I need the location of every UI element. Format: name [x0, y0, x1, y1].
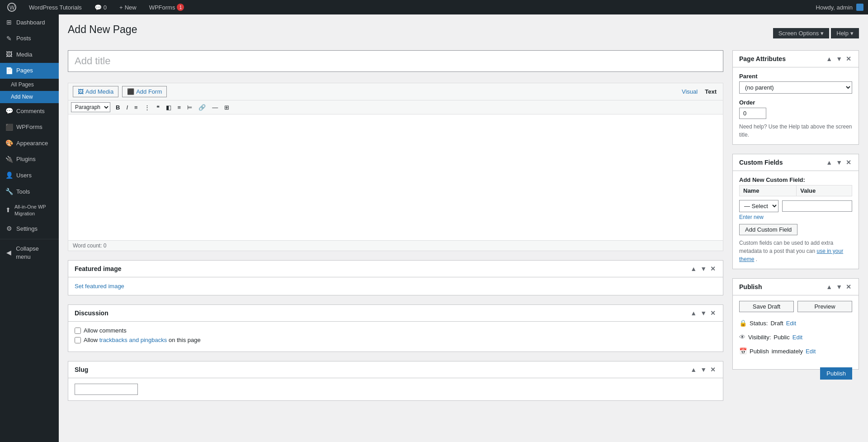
- adminbar-right: Howdy, admin: [816, 4, 863, 11]
- sidebar-item-allinone[interactable]: ⬆ All-in-One WP Migration: [0, 200, 59, 221]
- sidebar-item-tools[interactable]: 🔧 Tools: [0, 184, 59, 200]
- panel-up-icon[interactable]: ▲: [825, 283, 833, 290]
- sidebar-item-collapse[interactable]: ◀ Collapse menu: [0, 241, 59, 265]
- publish-header[interactable]: Publish ▲ ▼ ✕: [733, 279, 859, 295]
- blockquote-button[interactable]: ❝: [154, 103, 162, 112]
- sidebar-item-appearance[interactable]: 🎨 Appearance: [0, 135, 59, 152]
- discussion-title: Discussion: [75, 309, 108, 317]
- tab-text[interactable]: Text: [703, 87, 718, 96]
- set-featured-image-link[interactable]: Set featured image: [75, 283, 124, 290]
- add-form-icon: ⬛: [127, 88, 134, 95]
- slug-input[interactable]: [75, 384, 138, 395]
- discussion-header[interactable]: Discussion ▲ ▼ ✕: [68, 305, 723, 322]
- panel-up-icon[interactable]: ▲: [825, 55, 833, 62]
- adminbar-site-name[interactable]: WordPress Tutorials: [26, 0, 85, 14]
- panel-up-icon[interactable]: ▲: [689, 309, 698, 317]
- slug-header[interactable]: Slug ▲ ▼ ✕: [68, 361, 723, 378]
- sidebar-item-add-new[interactable]: Add New: [0, 91, 59, 103]
- tools-icon: 🔧: [5, 187, 13, 196]
- panel-close-icon[interactable]: ✕: [845, 283, 852, 290]
- cf-enter-new-link[interactable]: Enter new: [739, 214, 852, 220]
- featured-image-body: Set featured image: [68, 277, 723, 295]
- sidebar-item-pages[interactable]: 📄 Pages: [0, 63, 59, 79]
- align-center-button[interactable]: ≡: [175, 103, 184, 112]
- panel-close-icon[interactable]: ✕: [845, 55, 852, 62]
- sidebar-item-all-pages[interactable]: All Pages: [0, 79, 59, 91]
- cf-name-select[interactable]: — Select: [739, 200, 778, 212]
- screen-options-button[interactable]: Screen Options ▾: [773, 28, 830, 38]
- publish-button[interactable]: Publish: [820, 367, 852, 380]
- panel-close-icon[interactable]: ✕: [709, 309, 717, 317]
- order-input[interactable]: [739, 108, 766, 119]
- align-right-button[interactable]: ⊨: [184, 103, 195, 112]
- adminbar-wp-logo[interactable]: W: [5, 0, 19, 14]
- trackbacks-link[interactable]: trackbacks and pingbacks: [99, 337, 167, 343]
- side-panel-controls: ▲ ▼ ✕: [825, 283, 852, 290]
- sidebar-item-plugins[interactable]: 🔌 Plugins: [0, 152, 59, 168]
- editor-toolbar: 🖼 Add Media ⬛ Add Form Visual Text: [68, 83, 723, 100]
- panel-down-icon[interactable]: ▼: [699, 309, 708, 317]
- panel-down-icon[interactable]: ▼: [699, 366, 708, 373]
- page-attributes-panel: Page Attributes ▲ ▼ ✕ Parent (no parent)…: [732, 50, 859, 145]
- visibility-icon: 👁: [739, 332, 745, 343]
- side-panel-controls: ▲ ▼ ✕: [825, 159, 852, 166]
- visibility-edit-link[interactable]: Edit: [793, 332, 802, 342]
- sidebar-item-wpforms[interactable]: ⬛ WPForms: [0, 119, 59, 136]
- publish-button-container: Publish: [739, 360, 852, 364]
- custom-fields-header[interactable]: Custom Fields ▲ ▼ ✕: [733, 154, 859, 171]
- editor-content-area[interactable]: [68, 114, 723, 241]
- status-edit-link[interactable]: Edit: [786, 318, 796, 328]
- adminbar-comments[interactable]: 💬 0: [92, 0, 109, 14]
- bold-button[interactable]: B: [113, 103, 123, 112]
- panel-up-icon[interactable]: ▲: [689, 366, 698, 373]
- slug-panel: Slug ▲ ▼ ✕: [68, 361, 723, 401]
- more-button[interactable]: —: [209, 103, 221, 112]
- visibility-value: Public: [774, 332, 789, 342]
- page-attributes-header[interactable]: Page Attributes ▲ ▼ ✕: [733, 51, 859, 67]
- help-button[interactable]: Help ▾: [831, 28, 859, 38]
- tab-visual[interactable]: Visual: [680, 87, 699, 96]
- parent-label: Parent: [739, 73, 852, 80]
- panel-close-icon[interactable]: ✕: [845, 159, 852, 166]
- sidebar-item-label: Collapse menu: [16, 245, 53, 261]
- dropdown-icon: ▾: [850, 30, 854, 37]
- featured-image-header[interactable]: Featured image ▲ ▼ ✕: [68, 261, 723, 277]
- link-button[interactable]: 🔗: [196, 103, 208, 112]
- parent-select[interactable]: (no parent): [739, 81, 852, 94]
- sidebar-item-posts[interactable]: ✎ Posts: [0, 31, 59, 47]
- panel-up-icon[interactable]: ▲: [689, 265, 698, 272]
- cf-value-input[interactable]: [782, 200, 852, 212]
- ordered-list-button[interactable]: ⋮: [142, 103, 153, 112]
- sidebar-item-comments[interactable]: 💬 Comments: [0, 103, 59, 119]
- custom-fields-table: Name Value: [739, 185, 852, 196]
- unordered-list-button[interactable]: ≡: [132, 103, 141, 112]
- panel-down-icon[interactable]: ▼: [835, 283, 843, 290]
- sidebar-item-settings[interactable]: ⚙ Settings: [0, 221, 59, 237]
- add-form-button[interactable]: ⬛ Add Form: [122, 86, 167, 97]
- sidebar-item-users[interactable]: 👤 Users: [0, 167, 59, 184]
- save-draft-button[interactable]: Save Draft: [739, 301, 794, 312]
- publish-time-edit-link[interactable]: Edit: [806, 346, 816, 356]
- panel-down-icon[interactable]: ▼: [699, 265, 708, 272]
- sidebar-item-media[interactable]: 🖼 Media: [0, 47, 59, 63]
- preview-button[interactable]: Preview: [797, 301, 852, 312]
- adminbar-wpforms[interactable]: WPForms 1: [146, 0, 187, 14]
- sidebar-item-dashboard[interactable]: ⊞ Dashboard: [0, 14, 59, 31]
- panel-down-icon[interactable]: ▼: [835, 159, 843, 166]
- italic-button[interactable]: I: [123, 103, 131, 112]
- panel-up-icon[interactable]: ▲: [825, 159, 833, 166]
- allow-comments-checkbox[interactable]: [75, 328, 81, 334]
- add-media-button[interactable]: 🖼 Add Media: [73, 86, 118, 97]
- page-title-input[interactable]: [68, 50, 723, 72]
- allow-trackbacks-checkbox[interactable]: [75, 337, 81, 343]
- panel-close-icon[interactable]: ✕: [709, 265, 717, 272]
- wpforms-badge: 1: [177, 4, 184, 11]
- add-custom-field-button[interactable]: Add Custom Field: [739, 224, 797, 235]
- toolbar-toggle-button[interactable]: ⊞: [222, 103, 232, 112]
- panel-down-icon[interactable]: ▼: [835, 55, 843, 62]
- paragraph-select[interactable]: Paragraph: [71, 102, 110, 112]
- panel-close-icon[interactable]: ✕: [709, 366, 717, 373]
- align-left-button[interactable]: ◧: [163, 103, 174, 112]
- side-panel-controls: ▲ ▼ ✕: [825, 55, 852, 62]
- adminbar-new[interactable]: + New: [117, 0, 139, 14]
